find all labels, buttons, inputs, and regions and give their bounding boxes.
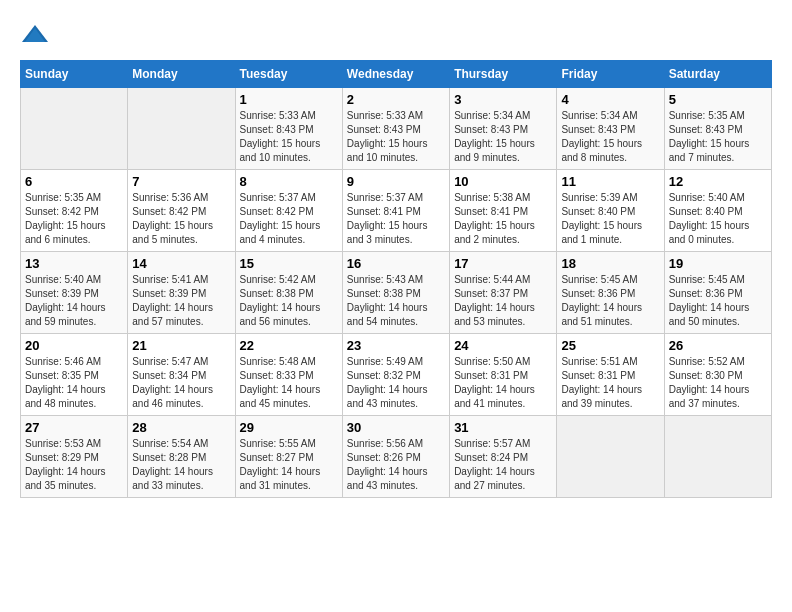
calendar-cell (21, 88, 128, 170)
calendar-cell: 13Sunrise: 5:40 AMSunset: 8:39 PMDayligh… (21, 252, 128, 334)
day-info: Sunrise: 5:42 AMSunset: 8:38 PMDaylight:… (240, 273, 338, 329)
day-number: 26 (669, 338, 767, 353)
calendar-cell: 16Sunrise: 5:43 AMSunset: 8:38 PMDayligh… (342, 252, 449, 334)
day-info: Sunrise: 5:36 AMSunset: 8:42 PMDaylight:… (132, 191, 230, 247)
day-info: Sunrise: 5:48 AMSunset: 8:33 PMDaylight:… (240, 355, 338, 411)
calendar-cell: 11Sunrise: 5:39 AMSunset: 8:40 PMDayligh… (557, 170, 664, 252)
calendar-cell: 2Sunrise: 5:33 AMSunset: 8:43 PMDaylight… (342, 88, 449, 170)
day-number: 25 (561, 338, 659, 353)
logo (20, 20, 52, 50)
day-info: Sunrise: 5:45 AMSunset: 8:36 PMDaylight:… (669, 273, 767, 329)
day-info: Sunrise: 5:37 AMSunset: 8:41 PMDaylight:… (347, 191, 445, 247)
calendar-cell: 21Sunrise: 5:47 AMSunset: 8:34 PMDayligh… (128, 334, 235, 416)
calendar-cell: 29Sunrise: 5:55 AMSunset: 8:27 PMDayligh… (235, 416, 342, 498)
calendar-week-row: 13Sunrise: 5:40 AMSunset: 8:39 PMDayligh… (21, 252, 772, 334)
day-number: 9 (347, 174, 445, 189)
day-info: Sunrise: 5:51 AMSunset: 8:31 PMDaylight:… (561, 355, 659, 411)
day-info: Sunrise: 5:39 AMSunset: 8:40 PMDaylight:… (561, 191, 659, 247)
calendar-cell: 3Sunrise: 5:34 AMSunset: 8:43 PMDaylight… (450, 88, 557, 170)
calendar-cell (128, 88, 235, 170)
day-number: 29 (240, 420, 338, 435)
column-header-monday: Monday (128, 61, 235, 88)
day-number: 18 (561, 256, 659, 271)
calendar-cell: 17Sunrise: 5:44 AMSunset: 8:37 PMDayligh… (450, 252, 557, 334)
day-info: Sunrise: 5:52 AMSunset: 8:30 PMDaylight:… (669, 355, 767, 411)
day-number: 7 (132, 174, 230, 189)
day-info: Sunrise: 5:37 AMSunset: 8:42 PMDaylight:… (240, 191, 338, 247)
calendar-cell (664, 416, 771, 498)
day-info: Sunrise: 5:50 AMSunset: 8:31 PMDaylight:… (454, 355, 552, 411)
day-info: Sunrise: 5:54 AMSunset: 8:28 PMDaylight:… (132, 437, 230, 493)
day-number: 1 (240, 92, 338, 107)
day-info: Sunrise: 5:41 AMSunset: 8:39 PMDaylight:… (132, 273, 230, 329)
calendar-table: SundayMondayTuesdayWednesdayThursdayFrid… (20, 60, 772, 498)
day-number: 23 (347, 338, 445, 353)
day-number: 15 (240, 256, 338, 271)
column-header-tuesday: Tuesday (235, 61, 342, 88)
day-number: 27 (25, 420, 123, 435)
day-number: 21 (132, 338, 230, 353)
column-header-friday: Friday (557, 61, 664, 88)
day-number: 5 (669, 92, 767, 107)
day-number: 17 (454, 256, 552, 271)
day-number: 11 (561, 174, 659, 189)
calendar-cell: 22Sunrise: 5:48 AMSunset: 8:33 PMDayligh… (235, 334, 342, 416)
calendar-week-row: 20Sunrise: 5:46 AMSunset: 8:35 PMDayligh… (21, 334, 772, 416)
calendar-cell: 10Sunrise: 5:38 AMSunset: 8:41 PMDayligh… (450, 170, 557, 252)
calendar-cell: 8Sunrise: 5:37 AMSunset: 8:42 PMDaylight… (235, 170, 342, 252)
calendar-cell: 31Sunrise: 5:57 AMSunset: 8:24 PMDayligh… (450, 416, 557, 498)
calendar-cell: 30Sunrise: 5:56 AMSunset: 8:26 PMDayligh… (342, 416, 449, 498)
day-info: Sunrise: 5:49 AMSunset: 8:32 PMDaylight:… (347, 355, 445, 411)
day-info: Sunrise: 5:47 AMSunset: 8:34 PMDaylight:… (132, 355, 230, 411)
calendar-cell: 1Sunrise: 5:33 AMSunset: 8:43 PMDaylight… (235, 88, 342, 170)
column-header-wednesday: Wednesday (342, 61, 449, 88)
calendar-header-row: SundayMondayTuesdayWednesdayThursdayFrid… (21, 61, 772, 88)
day-info: Sunrise: 5:40 AMSunset: 8:39 PMDaylight:… (25, 273, 123, 329)
day-number: 19 (669, 256, 767, 271)
day-info: Sunrise: 5:35 AMSunset: 8:43 PMDaylight:… (669, 109, 767, 165)
day-info: Sunrise: 5:43 AMSunset: 8:38 PMDaylight:… (347, 273, 445, 329)
day-number: 30 (347, 420, 445, 435)
day-number: 10 (454, 174, 552, 189)
day-number: 3 (454, 92, 552, 107)
day-info: Sunrise: 5:40 AMSunset: 8:40 PMDaylight:… (669, 191, 767, 247)
calendar-week-row: 27Sunrise: 5:53 AMSunset: 8:29 PMDayligh… (21, 416, 772, 498)
calendar-cell: 23Sunrise: 5:49 AMSunset: 8:32 PMDayligh… (342, 334, 449, 416)
calendar-cell: 18Sunrise: 5:45 AMSunset: 8:36 PMDayligh… (557, 252, 664, 334)
day-number: 13 (25, 256, 123, 271)
day-number: 2 (347, 92, 445, 107)
day-info: Sunrise: 5:33 AMSunset: 8:43 PMDaylight:… (240, 109, 338, 165)
day-number: 24 (454, 338, 552, 353)
calendar-cell: 24Sunrise: 5:50 AMSunset: 8:31 PMDayligh… (450, 334, 557, 416)
calendar-cell: 28Sunrise: 5:54 AMSunset: 8:28 PMDayligh… (128, 416, 235, 498)
calendar-cell: 4Sunrise: 5:34 AMSunset: 8:43 PMDaylight… (557, 88, 664, 170)
page-header (20, 20, 772, 50)
day-info: Sunrise: 5:44 AMSunset: 8:37 PMDaylight:… (454, 273, 552, 329)
calendar-cell: 7Sunrise: 5:36 AMSunset: 8:42 PMDaylight… (128, 170, 235, 252)
day-info: Sunrise: 5:38 AMSunset: 8:41 PMDaylight:… (454, 191, 552, 247)
calendar-week-row: 6Sunrise: 5:35 AMSunset: 8:42 PMDaylight… (21, 170, 772, 252)
column-header-saturday: Saturday (664, 61, 771, 88)
calendar-cell: 26Sunrise: 5:52 AMSunset: 8:30 PMDayligh… (664, 334, 771, 416)
day-number: 22 (240, 338, 338, 353)
column-header-thursday: Thursday (450, 61, 557, 88)
calendar-week-row: 1Sunrise: 5:33 AMSunset: 8:43 PMDaylight… (21, 88, 772, 170)
logo-icon (20, 20, 50, 50)
day-info: Sunrise: 5:55 AMSunset: 8:27 PMDaylight:… (240, 437, 338, 493)
day-info: Sunrise: 5:35 AMSunset: 8:42 PMDaylight:… (25, 191, 123, 247)
day-number: 20 (25, 338, 123, 353)
calendar-cell: 5Sunrise: 5:35 AMSunset: 8:43 PMDaylight… (664, 88, 771, 170)
day-info: Sunrise: 5:56 AMSunset: 8:26 PMDaylight:… (347, 437, 445, 493)
calendar-cell: 6Sunrise: 5:35 AMSunset: 8:42 PMDaylight… (21, 170, 128, 252)
day-info: Sunrise: 5:34 AMSunset: 8:43 PMDaylight:… (454, 109, 552, 165)
day-info: Sunrise: 5:33 AMSunset: 8:43 PMDaylight:… (347, 109, 445, 165)
column-header-sunday: Sunday (21, 61, 128, 88)
day-info: Sunrise: 5:46 AMSunset: 8:35 PMDaylight:… (25, 355, 123, 411)
day-number: 12 (669, 174, 767, 189)
day-number: 14 (132, 256, 230, 271)
day-number: 16 (347, 256, 445, 271)
calendar-cell: 27Sunrise: 5:53 AMSunset: 8:29 PMDayligh… (21, 416, 128, 498)
calendar-cell: 12Sunrise: 5:40 AMSunset: 8:40 PMDayligh… (664, 170, 771, 252)
calendar-cell: 14Sunrise: 5:41 AMSunset: 8:39 PMDayligh… (128, 252, 235, 334)
day-number: 31 (454, 420, 552, 435)
